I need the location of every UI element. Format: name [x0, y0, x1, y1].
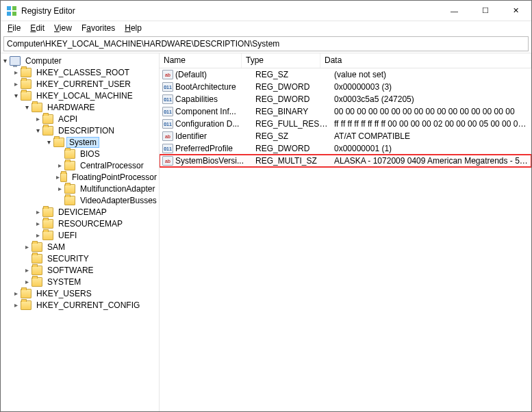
- menu-file[interactable]: File: [3, 23, 25, 34]
- window: Registry Editor — ☐ ✕ File Edit View Fav…: [0, 0, 532, 412]
- expander-icon[interactable]: [12, 301, 20, 309]
- value-name: Configuration D...: [175, 119, 255, 129]
- value-row[interactable]: abIdentifierREG_SZAT/AT COMPATIBLE: [160, 130, 531, 142]
- expander-icon[interactable]: [23, 103, 31, 112]
- value-name: Capabilities: [175, 94, 255, 104]
- tree-hkcu[interactable]: HKEY_CURRENT_USER: [12, 78, 159, 90]
- value-name: (Default): [175, 70, 255, 79]
- menu-help[interactable]: Help: [121, 23, 146, 34]
- tree-hklm[interactable]: HKEY_LOCAL_MACHINE: [12, 90, 159, 101]
- tree-hardware[interactable]: HARDWARE: [23, 101, 159, 113]
- tree-label: HKEY_CURRENT_USER: [34, 79, 133, 89]
- close-button[interactable]: ✕: [501, 1, 531, 21]
- tree-label: CentralProcessor: [78, 161, 146, 170]
- expander-icon[interactable]: [34, 220, 42, 228]
- tree-label: HKEY_LOCAL_MACHINE: [34, 91, 135, 101]
- expander-icon[interactable]: [12, 289, 20, 298]
- value-row[interactable]: abSystemBiosVersi...REG_MULTI_SZALASKA -…: [160, 155, 531, 167]
- values-list[interactable]: ab(Default)REG_SZ(value not set)011BootA…: [160, 68, 531, 411]
- computer-icon: [10, 56, 21, 66]
- svg-rect-0: [7, 6, 11, 10]
- tree-label: UEFI: [56, 231, 79, 240]
- tree-floatingpoint[interactable]: FloatingPointProcessor: [55, 171, 159, 183]
- expander-icon[interactable]: [55, 162, 64, 170]
- folder-icon: [42, 207, 53, 217]
- tree-hkcr[interactable]: HKEY_CLASSES_ROOT: [12, 66, 159, 78]
- tree-uefi[interactable]: UEFI: [34, 229, 159, 241]
- tree-multifunction[interactable]: MultifunctionAdapter: [55, 183, 159, 194]
- expander-icon[interactable]: [12, 68, 20, 77]
- tree-videoadapter[interactable]: VideoAdapterBusses: [55, 194, 159, 206]
- value-row[interactable]: 011PreferredProfileREG_DWORD0x00000001 (…: [160, 142, 531, 155]
- expander-icon[interactable]: [45, 138, 53, 146]
- expander-icon[interactable]: [34, 115, 42, 123]
- tree-description[interactable]: DESCRIPTION: [34, 125, 159, 136]
- minimize-button[interactable]: —: [439, 1, 470, 21]
- column-type[interactable]: Type: [242, 53, 320, 68]
- expander-icon[interactable]: [12, 80, 20, 88]
- expander-icon[interactable]: [34, 231, 42, 240]
- tree-label: SECURITY: [45, 254, 91, 263]
- value-data: 00 00 00 00 00 00 00 00 00 00 00 00 00 0…: [334, 107, 531, 116]
- expander-icon[interactable]: [23, 243, 31, 251]
- binary-value-icon: 011: [162, 144, 173, 153]
- value-row[interactable]: 011Component Inf...REG_BINARY00 00 00 00…: [160, 105, 531, 118]
- tree-sam[interactable]: SAM: [23, 241, 159, 253]
- address-bar[interactable]: Computer\HKEY_LOCAL_MACHINE\HARDWARE\DES…: [3, 36, 529, 51]
- expander-icon[interactable]: [23, 266, 31, 274]
- menu-favorites[interactable]: Favorites: [77, 23, 119, 34]
- tree-system-selected[interactable]: System: [45, 136, 159, 148]
- tree-label: DESCRIPTION: [56, 126, 116, 136]
- binary-value-icon: 011: [162, 107, 173, 116]
- tree-hkcc[interactable]: HKEY_CURRENT_CONFIG: [12, 299, 159, 311]
- string-value-icon: ab: [162, 70, 173, 79]
- folder-icon: [31, 103, 42, 112]
- tree-computer[interactable]: Computer: [1, 55, 159, 66]
- string-value-icon: ab: [162, 156, 173, 166]
- expander-icon[interactable]: [1, 57, 9, 65]
- column-name[interactable]: Name: [160, 53, 242, 68]
- folder-icon: [31, 254, 42, 263]
- tree-bios[interactable]: BIOS: [55, 148, 159, 159]
- tree-resourcemap[interactable]: RESOURCEMAP: [34, 218, 159, 229]
- tree-label: HKEY_CLASSES_ROOT: [34, 68, 131, 77]
- tree-pane[interactable]: Computer HKEY_CLASSES_ROOT HKEY_CURRENT_…: [1, 53, 160, 411]
- values-pane: Name Type Data ab(Default)REG_SZ(value n…: [160, 53, 531, 411]
- close-icon: ✕: [513, 6, 519, 15]
- value-name: Identifier: [175, 131, 255, 141]
- column-data[interactable]: Data: [320, 53, 531, 68]
- menu-edit[interactable]: Edit: [26, 23, 49, 34]
- value-name: SystemBiosVersi...: [175, 156, 255, 166]
- value-data: 0x00000001 (1): [334, 144, 531, 153]
- expander-icon[interactable]: [55, 173, 60, 181]
- tree-hku[interactable]: HKEY_USERS: [12, 287, 159, 299]
- app-icon: [6, 5, 17, 16]
- folder-icon: [53, 138, 64, 147]
- tree-label: VideoAdapterBusses: [78, 196, 159, 205]
- expander-icon[interactable]: [34, 208, 42, 216]
- tree-software[interactable]: SOFTWARE: [23, 264, 159, 276]
- tree-label: BIOS: [78, 149, 102, 159]
- value-row[interactable]: 011BootArchitectureREG_DWORD0x00000003 (…: [160, 81, 531, 93]
- folder-icon: [42, 114, 53, 124]
- tree-devicemap[interactable]: DEVICEMAP: [34, 206, 159, 218]
- tree-security[interactable]: SECURITY: [23, 253, 159, 264]
- expander-icon[interactable]: [34, 127, 42, 135]
- tree-acpi[interactable]: ACPI: [34, 113, 159, 125]
- tree-centralprocessor[interactable]: CentralProcessor: [55, 159, 159, 171]
- tree-label: FloatingPointProcessor: [70, 172, 159, 182]
- tree-label: System: [67, 138, 99, 147]
- value-row[interactable]: 011Configuration D...REG_FULL_RESOU...ff…: [160, 118, 531, 130]
- value-row[interactable]: 011CapabilitiesREG_DWORD0x0003c5a5 (2472…: [160, 93, 531, 105]
- expander-icon[interactable]: [23, 278, 31, 286]
- menu-view[interactable]: View: [50, 23, 76, 34]
- value-row[interactable]: ab(Default)REG_SZ(value not set): [160, 68, 531, 81]
- maximize-button[interactable]: ☐: [470, 1, 501, 21]
- expander-icon[interactable]: [12, 92, 20, 100]
- folder-icon: [64, 196, 75, 205]
- tree-label: SYSTEM: [45, 277, 83, 287]
- titlebar: Registry Editor — ☐ ✕: [1, 1, 531, 21]
- expander-icon[interactable]: [55, 185, 64, 193]
- folder-icon: [21, 300, 31, 310]
- tree-system[interactable]: SYSTEM: [23, 276, 159, 287]
